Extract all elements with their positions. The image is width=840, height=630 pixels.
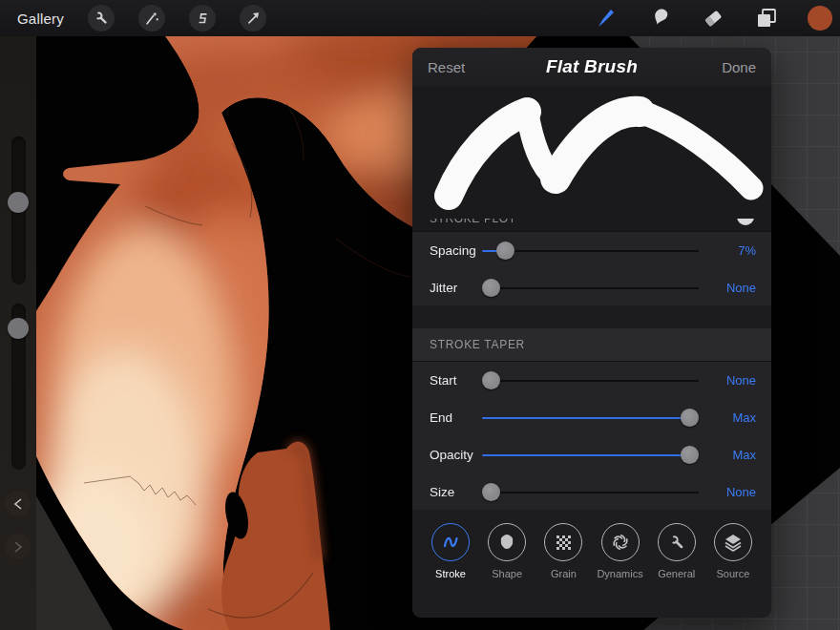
slider-value: Max <box>689 448 756 462</box>
panel-title: Flat Brush <box>412 56 771 77</box>
brush-opacity-slider[interactable] <box>11 304 26 470</box>
paint-tools <box>594 0 832 36</box>
redo-button[interactable] <box>5 534 31 559</box>
slider-value: Max <box>689 410 756 425</box>
procreate-app: Gallery <box>0 0 840 630</box>
brush-settings-panel: Flat Brush Reset Done STROKE PLOT <box>412 48 771 618</box>
brush-stroke-preview: STROKE PLOT <box>412 86 771 231</box>
opacity-slider[interactable] <box>482 454 699 456</box>
jitter-slider-row: Jitter None <box>412 269 771 306</box>
slider-label: Spacing <box>430 243 476 258</box>
size-slider[interactable] <box>482 492 699 494</box>
layers-button[interactable] <box>754 6 779 31</box>
general-wrench-icon <box>665 531 688 554</box>
actions-button[interactable] <box>88 5 115 32</box>
eraser-tool-button[interactable] <box>701 6 725 31</box>
tab-label: Shape <box>492 568 522 579</box>
smudge-icon <box>648 7 671 30</box>
layers-icon <box>755 7 778 30</box>
size-slider-row: Size None <box>412 473 771 511</box>
brush-size-knob[interactable] <box>8 192 29 213</box>
chevron-left-icon <box>12 497 24 511</box>
jitter-knob[interactable] <box>482 279 500 297</box>
adjustments-button[interactable] <box>138 5 165 32</box>
chevron-right-icon <box>12 540 24 554</box>
start-slider-row: Start None <box>412 362 771 399</box>
gallery-button[interactable]: Gallery <box>17 10 64 27</box>
stroke-taper-header: STROKE TAPER <box>412 328 771 361</box>
spacing-slider[interactable] <box>482 250 699 252</box>
slider-label: Jitter <box>430 281 457 295</box>
brush-stroke-sample <box>412 86 771 231</box>
jitter-slider[interactable] <box>482 287 699 289</box>
tab-label: Stroke <box>435 568 466 579</box>
dynamics-aperture-icon <box>609 531 632 554</box>
brush-tool-button[interactable] <box>594 6 619 31</box>
end-slider-row: End Max <box>412 399 771 436</box>
slider-label: Start <box>430 373 457 388</box>
selection-button[interactable] <box>189 5 216 32</box>
tab-dynamics[interactable]: Dynamics <box>594 523 647 618</box>
canvas-sidebar <box>0 36 36 630</box>
slider-value: 7% <box>689 243 756 258</box>
spacing-slider-row: Spacing 7% <box>412 232 771 269</box>
transform-button[interactable] <box>240 5 266 32</box>
panel-header: Flat Brush Reset Done <box>412 48 771 86</box>
tab-label: Dynamics <box>597 568 642 579</box>
stroke-wave-icon <box>439 531 462 554</box>
slider-value: None <box>689 485 756 499</box>
brush-size-slider[interactable] <box>11 136 26 284</box>
start-knob[interactable] <box>482 371 500 389</box>
smudge-tool-button[interactable] <box>647 6 672 31</box>
slider-label: Size <box>430 485 454 499</box>
slider-value: None <box>689 373 756 388</box>
clipped-settings-row: STROKE PLOT <box>412 219 771 231</box>
slider-label: Opacity <box>430 448 473 462</box>
end-slider[interactable] <box>482 417 699 419</box>
tab-shape[interactable]: Shape <box>480 523 534 618</box>
slider-label: End <box>430 410 452 425</box>
undo-button[interactable] <box>5 491 31 516</box>
tab-label: General <box>658 568 695 579</box>
tab-general[interactable]: General <box>650 523 704 618</box>
section-gap <box>412 305 771 328</box>
color-swatch[interactable] <box>808 6 832 31</box>
tab-label: Grain <box>551 568 577 579</box>
brush-icon <box>595 7 618 30</box>
taper-sliders-group: Start None End Max Opacity Max Size None <box>412 361 771 511</box>
size-knob[interactable] <box>482 483 500 501</box>
selection-s-icon <box>194 10 211 27</box>
eraser-icon <box>702 7 724 30</box>
start-slider[interactable] <box>482 380 699 382</box>
source-layers-icon <box>722 531 745 554</box>
top-toolbar: Gallery <box>0 0 840 36</box>
tab-grain[interactable]: Grain <box>536 523 590 618</box>
grain-checker-icon <box>552 531 575 554</box>
clipped-slider-knob[interactable] <box>737 219 754 225</box>
magic-wand-icon <box>143 10 160 27</box>
transform-arrow-icon <box>244 10 262 27</box>
brush-opacity-knob[interactable] <box>8 318 29 339</box>
wrench-icon <box>93 10 110 27</box>
tab-stroke[interactable]: Stroke <box>424 523 477 618</box>
settings-tab-bar: Stroke Shape Grain <box>412 510 771 618</box>
spacing-knob[interactable] <box>496 242 514 260</box>
tab-label: Source <box>717 568 750 579</box>
slider-value: None <box>689 281 756 295</box>
shape-blob-icon <box>495 531 518 554</box>
stroke-sliders-group: Spacing 7% Jitter None <box>412 231 771 306</box>
clipped-row-label: STROKE PLOT <box>430 219 516 225</box>
tab-source[interactable]: Source <box>706 523 760 618</box>
opacity-slider-row: Opacity Max <box>412 436 771 473</box>
